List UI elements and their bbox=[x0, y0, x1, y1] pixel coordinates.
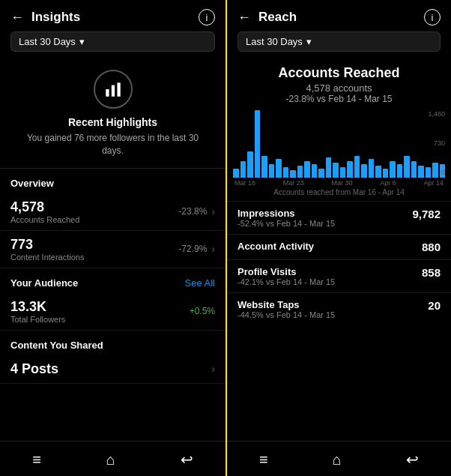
account-activity-left: Account Activity bbox=[237, 241, 314, 252]
content-interactions-label: Content Interactions bbox=[10, 253, 84, 262]
bar-2 bbox=[247, 151, 253, 178]
bar-25 bbox=[411, 161, 417, 178]
bar-0 bbox=[233, 169, 239, 178]
accounts-reached-row[interactable]: 4,578 Accounts Reached -23.8% › bbox=[0, 193, 226, 231]
see-all-button[interactable]: See All bbox=[185, 277, 215, 289]
impressions-left: Impressions -52.4% vs Feb 14 - Mar 15 bbox=[237, 208, 335, 228]
insights-bottom-nav: ≡ ⌂ ↩ bbox=[0, 441, 226, 476]
bar-6 bbox=[276, 159, 282, 178]
content-interactions-left: 773 Content Interactions bbox=[10, 237, 84, 262]
insights-nav-home[interactable]: ⌂ bbox=[106, 451, 115, 469]
bar-4 bbox=[261, 156, 267, 178]
accounts-reached-label: Accounts Reached bbox=[10, 215, 79, 224]
insights-dropdown-chevron: ▾ bbox=[79, 36, 85, 47]
accounts-reached-count: 4,578 accounts bbox=[227, 82, 451, 94]
bar-9 bbox=[297, 166, 303, 178]
account-activity-row: Account Activity 880 bbox=[227, 234, 451, 259]
insights-content: Recent Highlights You gained 76 more fol… bbox=[0, 59, 226, 441]
profile-visits-sub: -42.1% vs Feb 14 - Mar 15 bbox=[237, 277, 335, 286]
reach-header: ← Reach i bbox=[227, 0, 451, 31]
bar-29 bbox=[440, 164, 446, 178]
reach-content: Accounts Reached 4,578 accounts -23.8% v… bbox=[227, 59, 451, 441]
account-activity-value: 880 bbox=[422, 241, 441, 253]
svg-rect-2 bbox=[117, 82, 120, 96]
bar-20 bbox=[375, 166, 381, 178]
bar-18 bbox=[361, 164, 367, 178]
svg-rect-0 bbox=[106, 89, 109, 97]
content-interactions-number: 773 bbox=[10, 237, 84, 253]
accounts-reached-change: -23.8% vs Feb 14 - Mar 15 bbox=[227, 94, 451, 104]
total-followers-row[interactable]: 13.3K Total Followers +0.5% bbox=[0, 293, 226, 331]
bar-28 bbox=[432, 163, 438, 178]
x-label-1: Mar 23 bbox=[283, 179, 304, 187]
highlights-desc: You gained 76 more followers in the last… bbox=[15, 132, 211, 157]
accounts-reached-right: -23.8% › bbox=[178, 205, 215, 217]
content-interactions-row[interactable]: 773 Content Interactions -72.9% › bbox=[0, 231, 226, 268]
impressions-value: 9,782 bbox=[412, 208, 441, 220]
bar-26 bbox=[418, 166, 424, 178]
bar-19 bbox=[369, 159, 375, 178]
reach-info-icon[interactable]: i bbox=[424, 9, 441, 25]
profile-visits-row: Profile Visits -42.1% vs Feb 14 - Mar 15… bbox=[227, 259, 451, 292]
insights-title: Insights bbox=[31, 10, 80, 25]
bar-24 bbox=[404, 156, 410, 178]
chart-wrapper bbox=[227, 110, 451, 178]
audience-label: Your Audience bbox=[10, 277, 78, 289]
impressions-sub: -52.4% vs Feb 14 - Mar 15 bbox=[237, 219, 335, 228]
website-taps-left: Website Taps -44.5% vs Feb 14 - Mar 15 bbox=[237, 299, 335, 319]
posts-right: › bbox=[211, 363, 215, 375]
website-taps-sub: -44.5% vs Feb 14 - Mar 15 bbox=[237, 310, 335, 319]
bar-17 bbox=[354, 156, 360, 178]
reach-nav-menu[interactable]: ≡ bbox=[259, 451, 268, 469]
total-followers-change: +0.5% bbox=[190, 306, 215, 316]
x-labels: Mar 16 Mar 23 Mar 30 Apr 6 Apr 14 bbox=[227, 178, 451, 188]
accounts-reached-left: 4,578 Accounts Reached bbox=[10, 199, 79, 224]
insights-date-label: Last 30 Days bbox=[19, 36, 76, 47]
insights-header-left: ← Insights bbox=[10, 10, 80, 25]
insights-back-icon[interactable]: ← bbox=[10, 10, 24, 25]
insights-nav-menu[interactable]: ≡ bbox=[32, 451, 41, 469]
accounts-reached-change: -23.8% bbox=[178, 206, 207, 217]
posts-row[interactable]: 4 Posts › bbox=[0, 355, 226, 384]
insights-info-icon[interactable]: i bbox=[199, 9, 215, 25]
bar-3 bbox=[255, 110, 261, 178]
profile-visits-label: Profile Visits bbox=[237, 266, 335, 277]
bar-21 bbox=[383, 169, 389, 178]
posts-chevron: › bbox=[211, 363, 215, 375]
bar-5 bbox=[269, 164, 275, 178]
x-label-4: Apr 14 bbox=[423, 179, 444, 187]
highlights-title: Recent Highlights bbox=[68, 116, 157, 128]
posts-number: 4 Posts bbox=[10, 361, 58, 377]
x-label-2: Mar 30 bbox=[331, 179, 352, 187]
bar-10 bbox=[304, 161, 310, 178]
content-interactions-change: -72.9% bbox=[178, 244, 207, 254]
reach-bottom-nav: ≡ ⌂ ↩ bbox=[227, 441, 451, 476]
bar-27 bbox=[426, 167, 432, 178]
insights-header: ← Insights i bbox=[0, 0, 226, 31]
insights-nav-back[interactable]: ↩ bbox=[181, 451, 193, 469]
bar-12 bbox=[318, 169, 324, 178]
bar-13 bbox=[326, 157, 332, 178]
reach-date-dropdown[interactable]: Last 30 Days ▾ bbox=[237, 31, 441, 52]
account-activity-label: Account Activity bbox=[237, 241, 314, 252]
website-taps-value: 20 bbox=[428, 299, 441, 312]
bar-7 bbox=[283, 167, 289, 178]
impressions-row: Impressions -52.4% vs Feb 14 - Mar 15 9,… bbox=[227, 201, 451, 234]
reach-nav-back[interactable]: ↩ bbox=[406, 451, 419, 469]
insights-date-dropdown[interactable]: Last 30 Days ▾ bbox=[10, 31, 215, 52]
audience-header: Your Audience See All bbox=[0, 268, 226, 293]
reach-back-icon[interactable]: ← bbox=[237, 10, 251, 25]
x-label-0: Mar 16 bbox=[234, 179, 255, 187]
bar-8 bbox=[290, 170, 296, 178]
highlights-section: Recent Highlights You gained 76 more fol… bbox=[0, 59, 226, 169]
accounts-reached-chevron: › bbox=[211, 205, 215, 217]
reach-nav-home[interactable]: ⌂ bbox=[333, 451, 342, 469]
chart-caption: Accounts reached from Mar 16 - Apr 14 bbox=[227, 188, 451, 196]
bar-chart-icon bbox=[103, 79, 123, 99]
reach-date-label: Last 30 Days bbox=[246, 36, 303, 47]
website-taps-row: Website Taps -44.5% vs Feb 14 - Mar 15 2… bbox=[227, 292, 451, 325]
content-interactions-right: -72.9% › bbox=[178, 243, 215, 255]
insights-panel: ← Insights i Last 30 Days ▾ Recent Highl… bbox=[0, 0, 226, 476]
total-followers-left: 13.3K Total Followers bbox=[10, 299, 65, 324]
impressions-label: Impressions bbox=[237, 208, 335, 219]
